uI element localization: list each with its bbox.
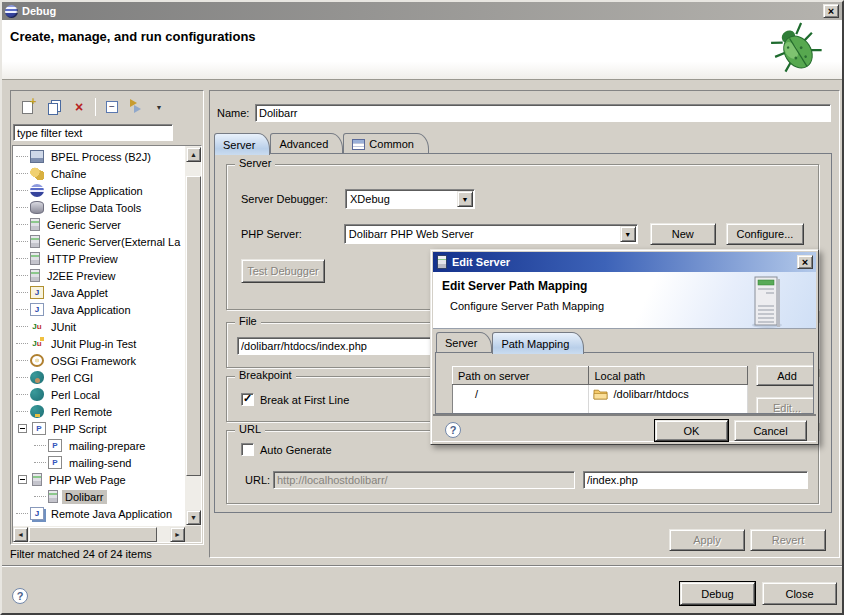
tree-item-perl-cgi[interactable]: Perl CGI xyxy=(13,369,184,386)
configure-server-button[interactable]: Configure... xyxy=(726,223,804,245)
window-title: Debug xyxy=(22,5,56,17)
header-message: Create, manage, and run configurations xyxy=(10,29,256,44)
tree-item-php-script[interactable]: PPHP Script xyxy=(13,420,184,437)
ok-button[interactable]: OK xyxy=(655,420,728,441)
name-input[interactable] xyxy=(255,104,831,122)
tree-item-generic-server[interactable]: Generic Server xyxy=(13,216,184,233)
new-server-button[interactable]: New xyxy=(650,223,716,245)
window-close-button[interactable]: × xyxy=(823,4,839,18)
edit-server-subheading: Configure Server Path Mapping xyxy=(450,300,604,312)
tree-item-mailing-send[interactable]: Pmailing-send xyxy=(13,454,184,471)
tree-vertical-scrollbar[interactable]: ▲ ▼ xyxy=(185,146,201,526)
window-titlebar[interactable]: Debug × xyxy=(2,2,842,20)
filter-input[interactable] xyxy=(13,124,173,141)
filter-launch-button[interactable] xyxy=(128,97,148,117)
tree-item-mailing-prepare[interactable]: Pmailing-prepare xyxy=(13,437,184,454)
php-server-select[interactable]: Dolibarr PHP Web Server ▼ xyxy=(344,224,638,244)
path-on-server-cell: / xyxy=(453,385,589,403)
mapping-row[interactable]: //dolibarr/htdocs xyxy=(453,385,748,403)
apply-button[interactable]: Apply xyxy=(669,529,745,551)
break-first-line-label: Break at First Line xyxy=(260,394,349,406)
vertical-scroll-thumb[interactable] xyxy=(186,176,201,476)
tree-item-label: Perl CGI xyxy=(48,371,96,385)
new-configuration-button[interactable] xyxy=(17,97,37,117)
tree-item-remote-java-application[interactable]: JRemote Java Application xyxy=(13,505,184,522)
php-icon: P xyxy=(32,422,46,435)
tab-label: Server xyxy=(223,139,255,151)
tree-item-junit-plug-in-test[interactable]: JuJUnit Plug-in Test xyxy=(13,335,184,352)
path-mapping-table[interactable]: Path on serverLocal path//dolibarr/htdoc… xyxy=(452,366,748,414)
perl-remote-icon xyxy=(30,405,44,418)
scroll-up-arrow[interactable]: ▲ xyxy=(186,147,201,162)
auto-generate-label: Auto Generate xyxy=(260,444,332,456)
revert-button[interactable]: Revert xyxy=(750,529,826,551)
configuration-tree: BPEL Process (B2J)ChaîneEclipse Applicat… xyxy=(12,145,202,543)
tree-item-osgi-framework[interactable]: OSGi Framework xyxy=(13,352,184,369)
duplicate-configuration-button[interactable] xyxy=(43,97,63,117)
tree-guide-line xyxy=(34,445,46,446)
toolbar-separator xyxy=(95,98,96,116)
edit-server-title: Edit Server xyxy=(452,256,510,268)
tree-item-generic-server-external-la[interactable]: Generic Server(External La xyxy=(13,233,184,250)
tree-guide-line xyxy=(16,207,28,208)
column-header[interactable]: Local path xyxy=(589,367,748,385)
main-tab-server[interactable]: Server xyxy=(214,133,270,155)
auto-generate-checkbox[interactable] xyxy=(241,443,254,456)
cancel-button[interactable]: Cancel xyxy=(734,420,807,441)
tree-item-dolibarr[interactable]: Dolibarr xyxy=(13,488,184,505)
tree-guide-line xyxy=(16,513,28,514)
tree-item-bpel-process-b2j-[interactable]: BPEL Process (B2J) xyxy=(13,148,184,165)
chevron-down-icon[interactable]: ▼ xyxy=(620,226,636,242)
name-label: Name: xyxy=(217,107,255,119)
scroll-right-arrow[interactable]: ► xyxy=(170,527,185,542)
edit-server-close-button[interactable]: × xyxy=(797,255,813,269)
expander-minus-icon[interactable] xyxy=(18,424,27,433)
filter-menu-dropdown[interactable]: ▼ xyxy=(154,97,164,117)
main-tab-common[interactable]: Common xyxy=(343,133,429,154)
tree-item-http-preview[interactable]: HTTP Preview xyxy=(13,250,184,267)
break-first-line-checkbox[interactable] xyxy=(241,393,254,406)
scroll-left-arrow[interactable]: ◄ xyxy=(13,527,28,542)
chevron-down-icon[interactable]: ▼ xyxy=(457,191,473,207)
tree-item-label: J2EE Preview xyxy=(44,269,118,283)
collapse-all-button[interactable]: − xyxy=(102,97,122,117)
edit-mapping-button[interactable]: Edit... xyxy=(756,397,814,414)
url-label: URL: xyxy=(245,474,273,486)
delete-configuration-button[interactable]: × xyxy=(69,97,89,117)
server-icon xyxy=(30,218,40,231)
tree-item-label: BPEL Process (B2J) xyxy=(48,150,154,164)
duplicate-config-icon xyxy=(48,103,58,115)
tree-item-java-application[interactable]: JJava Application xyxy=(13,301,184,318)
dialog-tab-server[interactable]: Server xyxy=(436,332,492,353)
tree-item-cha-ne[interactable]: Chaîne xyxy=(13,165,184,182)
tree-item-perl-local[interactable]: Perl Local xyxy=(13,386,184,403)
empty-cell xyxy=(589,403,748,415)
test-debugger-button[interactable]: Test Debugger xyxy=(241,259,325,283)
server-debugger-select[interactable]: XDebug ▼ xyxy=(345,189,475,209)
expander-minus-icon[interactable] xyxy=(18,475,27,484)
tree-item-label: PHP Script xyxy=(50,422,110,436)
horizontal-scroll-thumb[interactable] xyxy=(29,527,157,542)
close-button[interactable]: Close xyxy=(762,582,837,605)
url-path-input[interactable] xyxy=(583,471,808,489)
tree-horizontal-scrollbar[interactable]: ◄ ► xyxy=(13,526,185,542)
edit-server-dialog: Edit Server × Edit Server Path Mapping C… xyxy=(430,249,819,445)
eclipse-logo-icon xyxy=(5,5,18,18)
tree-item-perl-remote[interactable]: Perl Remote xyxy=(13,403,184,420)
main-tab-advanced[interactable]: Advanced xyxy=(270,133,343,154)
tree-item-j2ee-preview[interactable]: J2EE Preview xyxy=(13,267,184,284)
edit-server-titlebar[interactable]: Edit Server × xyxy=(433,252,816,272)
debug-button[interactable]: Debug xyxy=(680,582,755,605)
bug-image-icon xyxy=(766,22,830,78)
tree-item-eclipse-data-tools[interactable]: Eclipse Data Tools xyxy=(13,199,184,216)
tree-item-php-web-page[interactable]: PHP Web Page xyxy=(13,471,184,488)
tree-item-eclipse-application[interactable]: Eclipse Application xyxy=(13,182,184,199)
help-button[interactable]: ? xyxy=(12,588,28,604)
dialog-help-button[interactable]: ? xyxy=(445,422,461,438)
dialog-tab-path-mapping[interactable]: Path Mapping xyxy=(492,332,584,354)
add-mapping-button[interactable]: Add xyxy=(756,365,814,386)
tree-item-java-applet[interactable]: JJava Applet xyxy=(13,284,184,301)
column-header[interactable]: Path on server xyxy=(453,367,589,385)
scroll-down-arrow[interactable]: ▼ xyxy=(186,510,201,525)
tree-item-junit[interactable]: JuJUnit xyxy=(13,318,184,335)
